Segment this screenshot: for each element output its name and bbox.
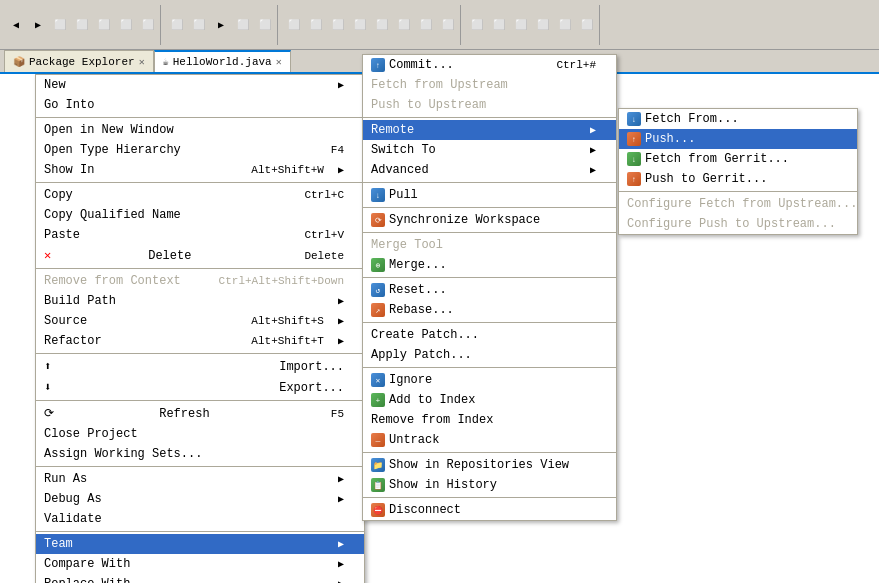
tab-package-explorer[interactable]: 📦 Package Explorer ✕ [4, 50, 154, 72]
menu-item-close-project[interactable]: Close Project [36, 424, 364, 444]
remote-menu-push[interactable]: ↑ Push... [619, 129, 857, 149]
rebase-icon: ↗ [371, 303, 385, 317]
toolbar-btn-20[interactable]: ⬜ [438, 15, 458, 35]
toolbar-btn-11[interactable]: ⬜ [233, 15, 253, 35]
team-menu-pull[interactable]: ↓ Pull [363, 185, 616, 205]
team-menu-rebase[interactable]: ↗ Rebase... [363, 300, 616, 320]
menu-item-compare-with[interactable]: Compare With ▶ [36, 554, 364, 574]
team-menu-untrack[interactable]: — Untrack [363, 430, 616, 450]
menu-item-new[interactable]: New ▶ [36, 75, 364, 95]
remote-fetch-from-label-group: ↓ Fetch From... [627, 112, 739, 126]
menu-item-validate[interactable]: Validate [36, 509, 364, 529]
menu-item-open-type-hierarchy[interactable]: Open Type Hierarchy F4 [36, 140, 364, 160]
toolbar-btn-7[interactable]: ⬜ [138, 15, 158, 35]
menu-item-refresh[interactable]: ⟳ Refresh F5 [36, 403, 364, 424]
team-menu-create-patch[interactable]: Create Patch... [363, 325, 616, 345]
import-icon: ⬆ [44, 359, 51, 374]
toolbar-btn-12[interactable]: ⬜ [255, 15, 275, 35]
team-menu-ignore[interactable]: ✕ Ignore [363, 370, 616, 390]
team-menu-advanced[interactable]: Advanced ▶ [363, 160, 616, 180]
toolbar-btn-13[interactable]: ⬜ [284, 15, 304, 35]
toolbar-btn-23[interactable]: ⬜ [511, 15, 531, 35]
menu-item-paste-shortcut: Ctrl+V [304, 229, 344, 241]
package-explorer-content [0, 82, 8, 90]
toolbar-btn-4[interactable]: ⬜ [72, 15, 92, 35]
menu-item-source[interactable]: Source Alt+Shift+S ▶ [36, 311, 364, 331]
toolbar-btn-5[interactable]: ⬜ [94, 15, 114, 35]
toolbar-btn-9[interactable]: ⬜ [189, 15, 209, 35]
menu-item-paste[interactable]: Paste Ctrl+V [36, 225, 364, 245]
team-menu-commit[interactable]: ↑ Commit... Ctrl+# [363, 55, 616, 75]
team-commit-label-group: ↑ Commit... [371, 58, 454, 72]
remote-menu-fetch-gerrit[interactable]: ↓ Fetch from Gerrit... [619, 149, 857, 169]
team-menu-add-index[interactable]: + Add to Index [363, 390, 616, 410]
menu-item-copy[interactable]: Copy Ctrl+C [36, 185, 364, 205]
tab-package-explorer-close[interactable]: ✕ [139, 56, 145, 68]
toolbar-btn-16[interactable]: ⬜ [350, 15, 370, 35]
menu-item-source-arrow: ▶ [338, 315, 344, 327]
toolbar-btn-17[interactable]: ⬜ [372, 15, 392, 35]
toolbar-btn-22[interactable]: ⬜ [489, 15, 509, 35]
menu-item-delete[interactable]: ✕ Delete Delete [36, 245, 364, 266]
menu-item-refactor[interactable]: Refactor Alt+Shift+T ▶ [36, 331, 364, 351]
team-menu-remote[interactable]: Remote ▶ [363, 120, 616, 140]
toolbar-btn-3[interactable]: ⬜ [50, 15, 70, 35]
team-menu-show-repo[interactable]: 📁 Show in Repositories View [363, 455, 616, 475]
menu-item-import[interactable]: ⬆ Import... [36, 356, 364, 377]
remote-configure-fetch-label: Configure Fetch from Upstream... [627, 197, 857, 211]
menu-item-debug-as-arrow: ▶ [338, 493, 344, 505]
menu-item-run-as[interactable]: Run As ▶ [36, 469, 364, 489]
team-rebase-label-group: ↗ Rebase... [371, 303, 454, 317]
menu-item-team[interactable]: Team ▶ [36, 534, 364, 554]
toolbar-btn-8[interactable]: ⬜ [167, 15, 187, 35]
menu-item-build-path[interactable]: Build Path ▶ [36, 291, 364, 311]
toolbar-btn-14[interactable]: ⬜ [306, 15, 326, 35]
toolbar-btn-25[interactable]: ⬜ [555, 15, 575, 35]
toolbar-btn-15[interactable]: ⬜ [328, 15, 348, 35]
menu-item-delete-shortcut: Delete [304, 250, 344, 262]
export-icon: ⬇ [44, 380, 51, 395]
menu-item-copy-qualified-label: Copy Qualified Name [44, 208, 181, 222]
menu-item-go-into[interactable]: Go Into [36, 95, 364, 115]
menu-item-export[interactable]: ⬇ Export... [36, 377, 364, 398]
toolbar-btn-10[interactable]: ▶ [211, 15, 231, 35]
menu-item-open-new-window[interactable]: Open in New Window [36, 120, 364, 140]
menu-item-close-project-label: Close Project [44, 427, 138, 441]
team-show-history-label: Show in History [389, 478, 497, 492]
toolbar-btn-6[interactable]: ⬜ [116, 15, 136, 35]
menu-item-delete-label: Delete [148, 249, 191, 263]
toolbar-btn-19[interactable]: ⬜ [416, 15, 436, 35]
team-menu-sync[interactable]: ⟳ Synchronize Workspace [363, 210, 616, 230]
toolbar-section-2: ⬜ ⬜ ▶ ⬜ ⬜ [165, 5, 278, 45]
toolbar-btn-26[interactable]: ⬜ [577, 15, 597, 35]
team-menu-apply-patch[interactable]: Apply Patch... [363, 345, 616, 365]
toolbar-btn-24[interactable]: ⬜ [533, 15, 553, 35]
menu-item-replace-with[interactable]: Replace With ▶ [36, 574, 364, 583]
tab-helloworld[interactable]: ☕ HelloWorld.java ✕ [154, 50, 291, 72]
team-menu-switch-to[interactable]: Switch To ▶ [363, 140, 616, 160]
team-show-repo-label: Show in Repositories View [389, 458, 569, 472]
toolbar-btn-2[interactable]: ▶ [28, 15, 48, 35]
menu-item-export-label: Export... [279, 381, 344, 395]
menu-item-assign-working-sets[interactable]: Assign Working Sets... [36, 444, 364, 464]
team-menu-reset[interactable]: ↺ Reset... [363, 280, 616, 300]
team-remove-index-label: Remove from Index [371, 413, 493, 427]
tab-helloworld-close[interactable]: ✕ [276, 56, 282, 68]
toolbar-btn-21[interactable]: ⬜ [467, 15, 487, 35]
remote-menu-push-gerrit[interactable]: ↑ Push to Gerrit... [619, 169, 857, 189]
remote-menu-fetch-from[interactable]: ↓ Fetch From... [619, 109, 857, 129]
toolbar-btn-1[interactable]: ◀ [6, 15, 26, 35]
team-menu-show-history[interactable]: 📋 Show in History [363, 475, 616, 495]
team-menu-merge[interactable]: ⊕ Merge... [363, 255, 616, 275]
ignore-icon: ✕ [371, 373, 385, 387]
remote-push-label-group: ↑ Push... [627, 132, 695, 146]
menu-item-import-label: Import... [279, 360, 344, 374]
team-menu-remove-index[interactable]: Remove from Index [363, 410, 616, 430]
menu-item-show-in[interactable]: Show In Alt+Shift+W ▶ [36, 160, 364, 180]
remote-push-label: Push... [645, 132, 695, 146]
menu-item-debug-as[interactable]: Debug As ▶ [36, 489, 364, 509]
menu-item-copy-qualified[interactable]: Copy Qualified Name [36, 205, 364, 225]
team-sep-9 [363, 497, 616, 498]
team-menu-disconnect[interactable]: ⛔ Disconnect [363, 500, 616, 520]
toolbar-btn-18[interactable]: ⬜ [394, 15, 414, 35]
